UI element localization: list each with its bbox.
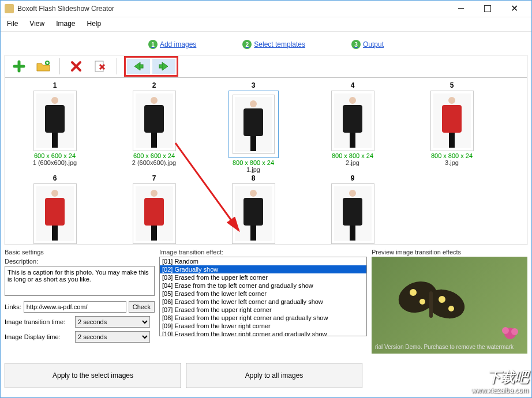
toolbar [5,55,527,78]
svg-rect-2 [140,65,143,68]
menu-help[interactable]: Help [83,18,106,29]
menu-image[interactable]: Image [51,18,80,29]
thumbnail-number: 5 [402,80,501,91]
menu-view[interactable]: View [25,18,49,29]
move-left-button[interactable] [127,59,150,74]
effect-item[interactable]: [08] Erased from the upper right corner … [160,314,366,322]
effect-item[interactable]: [01] Random [160,257,366,265]
thumbnail-cell[interactable]: 9 [303,173,402,244]
folder-plus-icon [36,61,50,72]
thumbnail-image [136,93,173,148]
thumbnail-dimensions: 800 x 800 x 24 [204,158,303,166]
display-time-label: Image Display time: [5,333,73,340]
svg-point-7 [410,289,417,296]
preview-watermark: rial Version Demo. Purchase to remove th… [375,344,524,350]
effect-item[interactable]: [02] Gradually show [160,265,366,273]
thumbnail-cell[interactable]: 4 800 x 800 x 24 2.jpg [303,80,402,173]
delete-all-button[interactable] [91,57,110,76]
step-label: Output [363,40,384,48]
menu-file[interactable]: File [2,18,23,29]
description-input[interactable] [5,266,155,296]
plus-icon [13,60,25,73]
thumbnail-frame [331,183,374,244]
effect-list[interactable]: [01] Random[02] Gradually show[03] Erase… [159,257,367,336]
add-image-button[interactable] [10,57,28,76]
svg-point-10 [448,306,454,311]
thumbnail-cell[interactable]: 1 600 x 600 x 24 1 (600x600).jpg [5,80,104,173]
step-output[interactable]: 3 Output [351,40,384,49]
apply-select-button[interactable]: Apply to the select images [5,363,181,388]
thumbnail-frame [430,91,474,151]
preview-image: rial Version Demo. Purchase to remove th… [372,257,527,354]
thumbnail-dimensions: 800 x 800 x 24 [402,151,501,159]
effect-item[interactable]: [03] Erased from the upper left corner [160,273,366,281]
thumbnail-cell[interactable]: 7 [104,173,204,244]
check-button[interactable]: Check [129,301,155,313]
arrow-left-icon [132,61,145,72]
display-time-select[interactable]: 2 seconds [75,331,150,343]
thumbnail-image [334,186,372,241]
watermark-url: www.xiazaiba.com [471,386,529,395]
thumbnail-frame [33,91,77,151]
svg-point-9 [439,296,445,303]
step-label: Select templates [254,40,305,48]
effect-item[interactable]: [10] Erased from the lower right corner … [160,330,366,336]
menubar: File View Image Help [0,17,532,32]
transition-effect-panel: Image transition effect: [01] Random[02]… [159,247,367,354]
effect-item[interactable]: [05] Erased from the lower left corner [160,290,366,298]
site-watermark: 下载吧 www.xiazaiba.com [471,368,529,395]
thumbnail-grid[interactable]: 1 600 x 600 x 24 1 (600x600).jpg 2 600 x… [5,78,527,245]
thumbnail-cell[interactable]: 6 [5,173,104,244]
window-title: Boxoft Flash Slideshow Creator [17,5,448,13]
svg-rect-11 [429,291,433,318]
thumbnail-cell[interactable]: 3 800 x 800 x 24 1.jpg [204,80,303,173]
effect-item[interactable]: [06] Erased from the lower left corner a… [160,298,366,306]
flower-icon [499,325,522,342]
transition-effect-label: Image transition effect: [159,247,367,257]
thumbnail-frame [133,183,176,244]
thumbnail-number: 9 [303,173,402,183]
watermark-logo: 下载吧 [471,368,529,386]
basic-settings-label: Basic settings [5,247,155,257]
transition-time-label: Image transition time: [5,318,73,325]
step-label: Add images [160,40,196,48]
arrow-right-icon [158,61,170,72]
transition-time-select[interactable]: 2 seconds [75,316,150,328]
titlebar: Boxoft Flash Slideshow Creator ✕ [0,0,532,17]
thumbnail-image [36,93,74,148]
add-folder-button[interactable] [34,57,53,76]
description-label: Description: [5,257,155,266]
move-right-button[interactable] [152,59,175,74]
svg-point-13 [502,327,509,334]
thumbnail-number: 1 [5,80,104,91]
apply-all-button[interactable]: Apply to all images [186,363,362,388]
step-select-templates[interactable]: 2 Select templates [242,40,305,49]
thumbnail-image [235,97,272,152]
reorder-group [124,56,178,77]
effect-item[interactable]: [09] Erased from the lower right corner [160,322,366,330]
step-badge-2: 2 [242,40,252,49]
thumbnail-frame [331,91,374,151]
minimize-button[interactable] [448,0,474,17]
thumbnail-cell[interactable]: 5 800 x 800 x 24 3.jpg [402,80,501,173]
close-button[interactable]: ✕ [501,0,527,17]
thumbnail-filename: 3.jpg [402,159,501,166]
thumbnail-number: 7 [104,173,204,183]
step-badge-1: 1 [148,40,158,49]
effect-item[interactable]: [04] Erase from the top left corner and … [160,281,366,290]
svg-rect-3 [159,65,163,68]
links-input[interactable] [24,301,126,313]
thumbnail-cell[interactable]: 2 600 x 600 x 24 2 (600x600).jpg [104,80,204,173]
effect-item[interactable]: [07] Erased from the upper right corner [160,306,366,314]
app-icon [5,4,14,13]
thumbnail-image [36,186,74,241]
thumbnail-cell[interactable]: 8 [204,173,303,244]
thumbnail-filename: 1.jpg [204,166,303,173]
delete-button[interactable] [67,57,85,76]
step-add-images[interactable]: 1 Add images [148,40,196,49]
thumbnail-number: 2 [104,80,204,91]
preview-panel: Preview image transition effects rial Ve… [372,247,527,354]
maximize-button[interactable] [474,0,501,17]
butterfly-icon [395,274,470,332]
thumbnail-filename: 1 (600x600).jpg [5,159,104,166]
